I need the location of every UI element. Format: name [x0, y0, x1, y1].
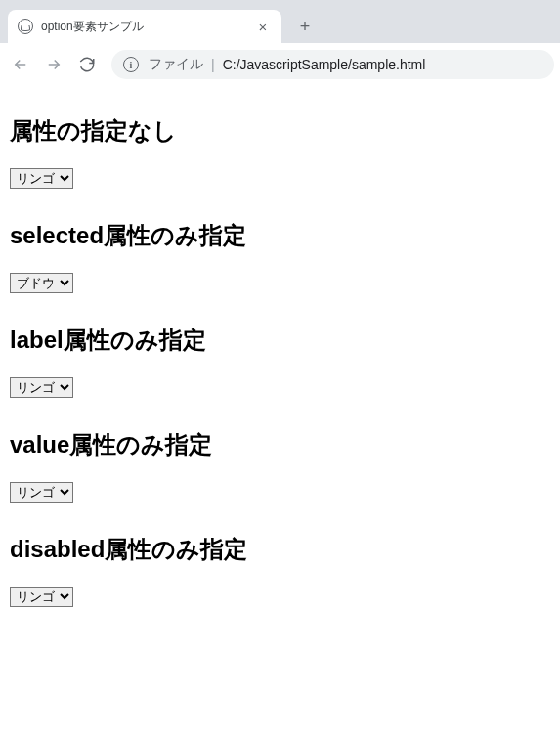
address-separator: |	[211, 57, 215, 72]
address-path: C:/JavascriptSample/sample.html	[223, 57, 426, 72]
reload-icon	[78, 56, 96, 73]
arrow-right-icon	[45, 56, 63, 73]
browser-chrome: option要素サンプル × + i ファイル | C:/JavascriptS…	[0, 0, 560, 86]
new-tab-button[interactable]: +	[291, 13, 319, 40]
forward-button[interactable]	[39, 50, 68, 79]
browser-tab[interactable]: option要素サンプル ×	[8, 10, 281, 43]
select-selected-attr[interactable]: ブドウ	[10, 273, 73, 293]
section-heading: label属性のみ指定	[10, 325, 550, 356]
tab-bar: option要素サンプル × +	[0, 0, 560, 43]
select-label-attr[interactable]: リンゴ	[10, 377, 73, 398]
section-heading: selected属性のみ指定	[10, 220, 550, 251]
info-icon: i	[123, 57, 139, 72]
section-heading: disabled属性のみ指定	[10, 534, 550, 565]
reload-button[interactable]	[72, 50, 102, 79]
select-no-attr[interactable]: リンゴ	[10, 168, 73, 189]
select-disabled-attr[interactable]: リンゴ	[10, 587, 73, 607]
arrow-left-icon	[12, 56, 29, 73]
globe-icon	[18, 19, 33, 34]
address-bar[interactable]: i ファイル | C:/JavascriptSample/sample.html	[111, 50, 554, 79]
back-button[interactable]	[6, 50, 35, 79]
page-content: 属性の指定なし リンゴ selected属性のみ指定 ブドウ label属性のみ…	[0, 86, 560, 634]
address-prefix: ファイル	[149, 56, 203, 73]
close-icon[interactable]: ×	[254, 18, 272, 35]
tab-title: option要素サンプル	[41, 19, 254, 35]
select-value-attr[interactable]: リンゴ	[10, 482, 73, 503]
section-heading: 属性の指定なし	[10, 115, 550, 147]
toolbar: i ファイル | C:/JavascriptSample/sample.html	[0, 43, 560, 86]
section-heading: value属性のみ指定	[10, 429, 550, 460]
